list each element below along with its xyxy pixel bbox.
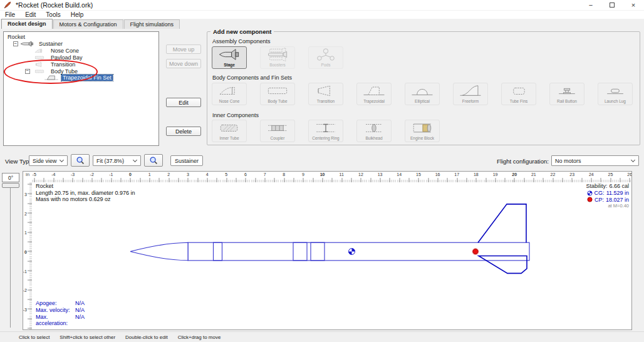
add-component-button[interactable]: Trapezoidal: [356, 83, 392, 105]
top-fin-outline[interactable]: [478, 204, 526, 242]
ruler-number: 12: [358, 172, 363, 177]
vertical-ruler: 3210-1-2-3: [23, 182, 32, 329]
zoom-level-value: Fit (37.8%): [96, 158, 124, 164]
flight-config-value: No motors: [555, 158, 581, 164]
delete-button[interactable]: Delete: [166, 127, 201, 136]
add-component-button[interactable]: Nose Cone: [212, 83, 247, 105]
chevron-down-icon: [133, 157, 137, 162]
flight-config-label: Flight configuration:: [497, 158, 549, 165]
menu-item[interactable]: Help: [66, 11, 89, 18]
ruler-number: 3: [24, 192, 27, 197]
tree-row[interactable]: Nose Cone: [4, 48, 158, 54]
cg-label: CG:: [595, 190, 605, 197]
ruler-unit-label: in: [23, 172, 32, 182]
rocket-drawing-area[interactable]: RocketLength 20.75 in, max. diameter 0.9…: [32, 182, 631, 329]
maximize-icon: [610, 3, 615, 8]
stability-label: Stability:: [586, 183, 607, 190]
tab[interactable]: Motors & Configuration: [53, 19, 123, 29]
add-component-button[interactable]: Engine Block: [405, 120, 440, 142]
tree-row[interactable]: Sustainer: [4, 41, 158, 48]
component-icon: [32, 48, 47, 54]
ruler-number: 8: [283, 172, 285, 177]
stage-toggle-sustainer[interactable]: Sustainer: [170, 155, 203, 166]
ruler-number: -2: [23, 288, 27, 293]
cg-value: 11.529 in: [606, 190, 629, 197]
component-label: Nose Cone: [218, 99, 241, 105]
tree-items: Sustainer Nose Cone Payload Bay Transiti…: [4, 41, 158, 81]
tree-item-label[interactable]: Payload Bay: [49, 54, 84, 61]
zoom-out-button[interactable]: [144, 154, 163, 167]
add-component-button[interactable]: Inner Tube: [212, 120, 247, 142]
minimize-button[interactable]: −: [580, 0, 601, 10]
view-type-value: Side view: [33, 158, 57, 164]
tab[interactable]: Flight simulations: [124, 19, 180, 29]
tab[interactable]: Rocket design: [1, 19, 53, 29]
add-component-button[interactable]: Launch Lug: [598, 83, 633, 105]
add-component-button[interactable]: Coupler: [260, 120, 295, 142]
tree-item-label[interactable]: Body Tube: [49, 68, 79, 75]
add-component-button[interactable]: Elliptical: [405, 83, 440, 105]
zoom-in-button[interactable]: [71, 154, 90, 167]
add-component-button[interactable]: Freeform: [453, 83, 488, 105]
maximize-button[interactable]: [601, 0, 623, 10]
nose-cone-outline[interactable]: [130, 242, 188, 260]
component-icon: [32, 68, 47, 75]
component-icon: [212, 47, 246, 63]
tree-item-label[interactable]: Nose Cone: [49, 48, 80, 54]
cp-value: 18.027 in: [606, 197, 629, 204]
component-icon: [357, 83, 391, 99]
component-icon: [357, 120, 391, 136]
tree-item-label[interactable]: Transition: [49, 61, 76, 68]
move-up-button: Move up: [166, 44, 201, 54]
component-icon: [212, 120, 246, 136]
tree-row[interactable]: Body Tube: [4, 68, 158, 75]
tree-row[interactable]: Trapezoidal Fin Set: [4, 75, 158, 81]
component-icon: [261, 47, 294, 63]
tree-row[interactable]: Payload Bay: [4, 54, 158, 61]
tree-item-label[interactable]: Trapezoidal Fin Set: [61, 75, 113, 81]
view-type-select[interactable]: Side view: [29, 155, 68, 166]
tree-item-label[interactable]: Sustainer: [38, 41, 64, 47]
expander-icon[interactable]: [13, 41, 18, 46]
menu-item[interactable]: Edit: [20, 11, 41, 18]
add-component-button: Pods: [308, 46, 343, 69]
menu-item[interactable]: Tools: [41, 11, 65, 18]
add-component-button[interactable]: Centering Ring: [308, 120, 343, 142]
tree-row[interactable]: Transition: [4, 61, 158, 68]
add-component-button[interactable]: Bulkhead: [356, 120, 392, 142]
edit-button[interactable]: Edit: [166, 98, 201, 107]
status-hint: Shift+click to select other: [60, 334, 115, 340]
result-label: Apogee:: [36, 300, 75, 307]
add-component-button[interactable]: Stage: [212, 46, 247, 69]
component-icon: [598, 83, 632, 99]
ruler-number: -1: [23, 269, 27, 273]
component-icon: [20, 41, 35, 47]
section-label-inner: Inner Components: [212, 112, 259, 118]
section-label-assembly: Assembly Components: [212, 38, 271, 44]
close-button[interactable]: ×: [623, 0, 644, 10]
add-component-button[interactable]: Rail Button: [549, 83, 584, 105]
ruler-number: 15: [416, 172, 421, 177]
ruler-number: 16: [435, 172, 440, 177]
rotation-slider-handle[interactable]: [2, 183, 19, 188]
move-down-button: Move down: [166, 59, 201, 68]
add-component-button[interactable]: Tube Fins: [501, 83, 536, 105]
component-label: Inner Tube: [218, 136, 240, 142]
zoom-level-select[interactable]: Fit (37.8%): [93, 155, 141, 166]
tree-root-rocket[interactable]: Rocket: [4, 34, 158, 41]
component-label: Transition: [316, 99, 336, 105]
add-component-button[interactable]: Body Tube: [260, 83, 295, 105]
add-component-button[interactable]: Transition: [308, 83, 343, 105]
ruler-number: 11: [340, 172, 344, 177]
component-label: Stage: [222, 63, 236, 68]
component-icon: [261, 83, 294, 99]
component-label: Elliptical: [413, 99, 431, 105]
expander-icon[interactable]: [25, 69, 30, 74]
component-tree[interactable]: Rocket Sustainer Nose Cone Payload Bay: [3, 31, 159, 146]
rocket-info: RocketLength 20.75 in, max. diameter 0.9…: [36, 183, 135, 203]
ruler-number: -2: [90, 172, 94, 177]
ruler-number: -3: [23, 307, 27, 311]
rocket-side-view: [32, 182, 631, 329]
flight-config-select[interactable]: No motors: [551, 155, 639, 166]
menu-item[interactable]: File: [0, 11, 20, 18]
